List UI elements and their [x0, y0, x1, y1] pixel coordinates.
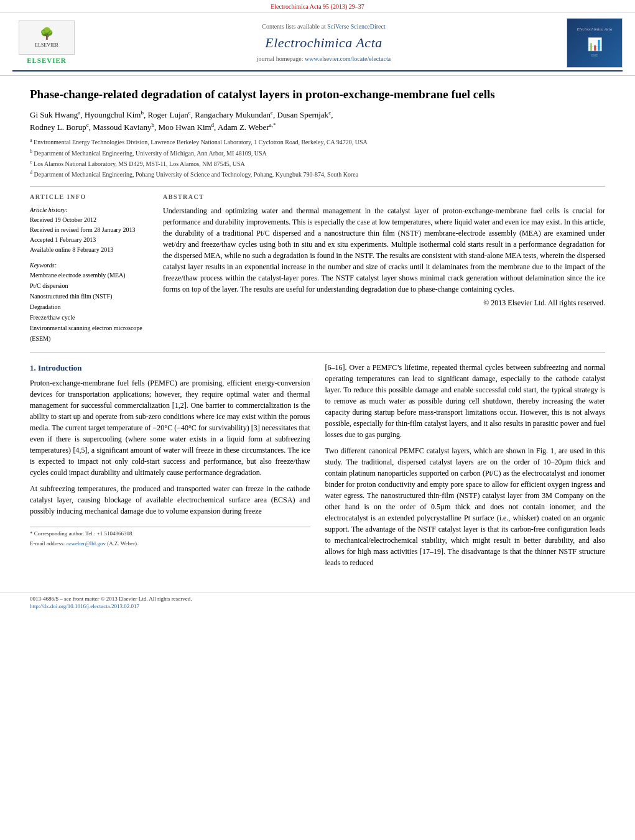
journal-top-bar: Electrochimica Acta 95 (2013) 29–37: [0, 0, 635, 13]
journal-cover-image: Electrochimica Acta 📊 ISE: [567, 18, 623, 68]
homepage-link[interactable]: www.elsevier.com/locate/electacta: [305, 55, 391, 62]
elsevier-logo-box: 🌳 ELSEVIER: [19, 21, 75, 55]
footnote-area: * Corresponding author. Tel.: +1 5104866…: [30, 527, 310, 548]
intro-p1: Proton-exchange-membrane fuel fells (PEM…: [30, 377, 310, 478]
abstract-column: ABSTRACT Understanding and optimizing wa…: [163, 193, 605, 344]
article-title: Phase-change-related degradation of cata…: [30, 87, 605, 103]
sciverse-link[interactable]: SciVerse ScienceDirect: [327, 23, 386, 30]
available-online-date: Available online 8 February 2013: [30, 245, 148, 255]
abstract-body: Understanding and optimizing water and t…: [163, 206, 605, 293]
keyword-6: Environmental scanning electron microsco…: [30, 323, 148, 344]
accepted-date: Accepted 1 February 2013: [30, 235, 148, 245]
main-content: Phase-change-related degradation of cata…: [0, 87, 635, 586]
elsevier-logo-area: 🌳 ELSEVIER ELSEVIER: [12, 21, 81, 65]
journal-banner-row: 🌳 ELSEVIER ELSEVIER Contents lists avail…: [0, 13, 635, 70]
section1-heading: 1. Introduction: [30, 362, 310, 374]
affiliation-b: b Department of Mechanical Engineering, …: [30, 148, 605, 158]
email-link[interactable]: azweber@lbl.gov: [66, 540, 106, 547]
keywords-list: Membrane electrode assembly (MEA) Pt/C d…: [30, 270, 148, 344]
article-info-column: ARTICLE INFO Article history: Received 1…: [30, 193, 148, 344]
journal-main-title: Electrochimica Acta: [81, 34, 567, 53]
keywords-label: Keywords:: [30, 261, 148, 270]
keyword-2: Pt/C dispersion: [30, 280, 148, 291]
tree-icon: 🌳: [40, 26, 53, 42]
intro-p2: At subfreezing temperatures, the produce…: [30, 483, 310, 517]
email-name: (A.Z. Weber).: [107, 540, 138, 547]
authors-line: Gi Suk Hwanga, Hyoungchul Kimb, Roger Lu…: [30, 109, 605, 134]
body-content: 1. Introduction Proton-exchange-membrane…: [30, 362, 605, 573]
copyright-notice: © 2013 Elsevier Ltd. All rights reserved…: [163, 297, 605, 308]
abstract-text: Understanding and optimizing water and t…: [163, 205, 605, 308]
footnote-email: E-mail address: azweber@lbl.gov (A.Z. We…: [30, 540, 310, 548]
abstract-label: ABSTRACT: [163, 193, 605, 201]
cover-issn: ISE: [591, 53, 598, 59]
received-revised-date: Received in revised form 28 January 2013: [30, 225, 148, 235]
keyword-3: Nanostructured thin film (NSTF): [30, 291, 148, 302]
footer-doi[interactable]: http://dx.doi.org/10.1016/j.electacta.20…: [30, 603, 139, 609]
article-ref: Electrochimica Acta 95 (2013) 29–37: [271, 3, 364, 10]
journal-title-center: Contents lists available at SciVerse Sci…: [81, 22, 567, 63]
keyword-1: Membrane electrode assembly (MEA): [30, 270, 148, 280]
cover-graphic: 📊: [587, 35, 603, 53]
homepage-prefix: journal homepage:: [257, 55, 305, 62]
affiliation-a: a Environmental Energy Technologies Divi…: [30, 137, 605, 147]
footer-issn: 0013-4686/$ – see front matter © 2013 El…: [30, 596, 192, 602]
journal-header: Electrochimica Acta 95 (2013) 29–37 🌳 EL…: [0, 0, 635, 76]
footnote-corresponding: * Corresponding author. Tel.: +1 5104866…: [30, 530, 310, 538]
history-label: Article history:: [30, 205, 148, 215]
body-col-left: 1. Introduction Proton-exchange-membrane…: [30, 362, 310, 573]
body-divider: [30, 353, 605, 353]
header-divider: [12, 70, 623, 72]
section-divider-1: [30, 186, 605, 187]
keyword-4: Degradation: [30, 302, 148, 312]
elsevier-subtext: ELSEVIER: [35, 42, 58, 48]
footer-line: 0013-4686/$ – see front matter © 2013 El…: [0, 592, 635, 613]
elsevier-label: ELSEVIER: [27, 56, 67, 65]
article-info-abstract-row: ARTICLE INFO Article history: Received 1…: [30, 193, 605, 344]
affiliation-c: c Los Alamos National Laboratory, MS D42…: [30, 159, 605, 168]
affiliation-d: d Department of Mechanical Engineering, …: [30, 169, 605, 179]
article-info-label: ARTICLE INFO: [30, 193, 148, 201]
affiliations: a Environmental Energy Technologies Divi…: [30, 137, 605, 179]
body-col-right: [6–16]. Over a PEMFC’s lifetime, repeate…: [325, 362, 606, 573]
article-info-block: Article history: Received 19 October 201…: [30, 205, 148, 255]
journal-homepage-line: journal homepage: www.elsevier.com/locat…: [81, 55, 567, 63]
sciverse-line: Contents lists available at SciVerse Sci…: [81, 22, 567, 31]
page-wrapper: Electrochimica Acta 95 (2013) 29–37 🌳 EL…: [0, 0, 635, 840]
intro-p3: [6–16]. Over a PEMFC’s lifetime, repeate…: [325, 362, 606, 440]
sciverse-text: Contents lists available at: [262, 23, 327, 30]
keywords-block: Keywords: Membrane electrode assembly (M…: [30, 261, 148, 344]
intro-p4: Two different canonical PEMFC catalyst l…: [325, 445, 606, 568]
keyword-5: Freeze/thaw cycle: [30, 312, 148, 323]
cover-title-text: Electrochimica Acta: [577, 27, 613, 33]
received-date: Received 19 October 2012: [30, 215, 148, 225]
